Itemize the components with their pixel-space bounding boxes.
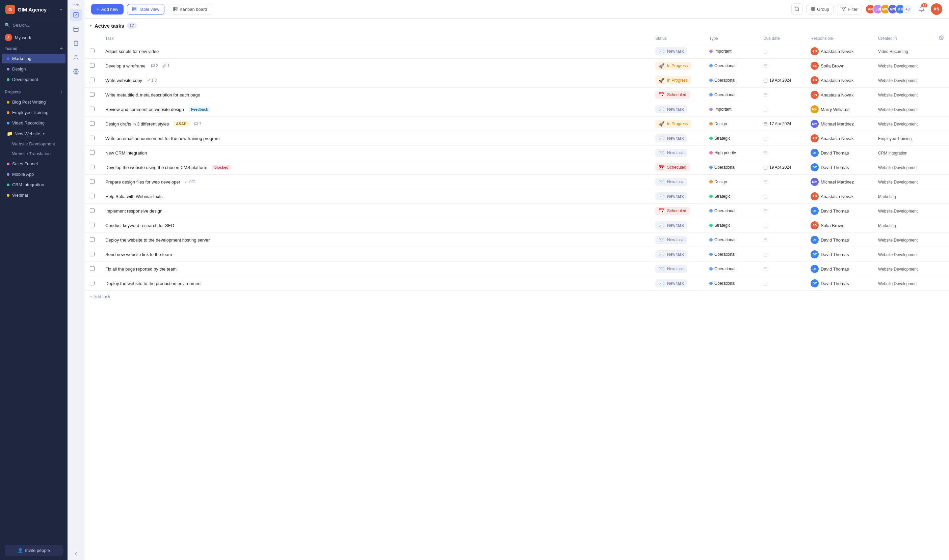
sidebar-search[interactable]: 🔍 Search... bbox=[0, 19, 68, 31]
task-checkbox[interactable] bbox=[90, 223, 94, 228]
table-row[interactable]: Develop the website using the chosen CMS… bbox=[84, 160, 949, 175]
table-row[interactable]: Review and comment on website designFeed… bbox=[84, 102, 949, 117]
task-checkbox[interactable] bbox=[90, 106, 94, 111]
table-row[interactable]: Adjust scripts for new video✉️New taskIm… bbox=[84, 44, 949, 59]
sidebar-item-website-trans[interactable]: Website Translation bbox=[2, 149, 65, 158]
search-button[interactable] bbox=[792, 3, 803, 15]
section-header[interactable]: ▾ Active tasks 17 bbox=[84, 18, 949, 33]
col-header-settings[interactable] bbox=[934, 33, 949, 44]
type-badge: Operational bbox=[709, 92, 735, 97]
created-in: Website Development bbox=[878, 282, 918, 286]
task-checkbox[interactable] bbox=[90, 92, 94, 97]
sidebar-item-video[interactable]: Video Recording bbox=[2, 118, 65, 128]
task-checkbox[interactable] bbox=[90, 121, 94, 126]
type-dot bbox=[709, 49, 713, 53]
task-checkbox[interactable] bbox=[90, 266, 94, 271]
task-checkbox[interactable] bbox=[90, 63, 94, 68]
sidebar-item-design[interactable]: Design bbox=[2, 64, 65, 74]
col-header-task: Task bbox=[100, 33, 650, 44]
created-in: Website Development bbox=[878, 107, 918, 112]
table-row[interactable]: Develop a wireframe31🚀In ProgressOperati… bbox=[84, 59, 949, 73]
task-name-cell: Deploy the website to the production env… bbox=[105, 281, 645, 286]
task-checkbox[interactable] bbox=[90, 208, 94, 213]
icon-tasks[interactable] bbox=[70, 9, 82, 21]
task-checkbox[interactable] bbox=[90, 165, 94, 169]
task-checkbox[interactable] bbox=[90, 281, 94, 285]
notification-button[interactable]: 12 bbox=[916, 3, 927, 15]
task-checkbox[interactable] bbox=[90, 135, 94, 140]
icon-notes[interactable] bbox=[70, 37, 82, 49]
notification-badge: 12 bbox=[921, 3, 927, 8]
sidebar-item-label: New Website bbox=[14, 131, 40, 136]
type-dot bbox=[709, 151, 713, 154]
status-badge: ✉️New task bbox=[655, 221, 687, 229]
avatar-group[interactable]: AN SB MW MM DT +3 bbox=[865, 4, 912, 14]
created-in: Employee Training bbox=[878, 136, 912, 141]
responsible-avatar: DT bbox=[810, 207, 819, 215]
task-checkbox[interactable] bbox=[90, 150, 94, 155]
type-dot bbox=[709, 282, 713, 285]
sidebar-item-marketing[interactable]: Marketing bbox=[2, 54, 65, 63]
table-row[interactable]: Write website copy1/3🚀In ProgressOperati… bbox=[84, 73, 949, 88]
avatar-count[interactable]: +3 bbox=[903, 4, 912, 14]
projects-add-icon[interactable]: + bbox=[60, 89, 63, 95]
sidebar-item-website-dev[interactable]: Website Development bbox=[2, 139, 65, 148]
sales-dot bbox=[7, 163, 9, 165]
created-in: Website Development bbox=[878, 122, 918, 126]
created-in: Website Development bbox=[878, 64, 918, 68]
table-row[interactable]: Deploy the website to the production env… bbox=[84, 276, 949, 291]
table-row[interactable]: Send new website link to the team✉️New t… bbox=[84, 247, 949, 262]
task-checkbox[interactable] bbox=[90, 194, 94, 198]
add-task-row[interactable]: + Add task bbox=[84, 291, 949, 303]
projects-label: Projects bbox=[5, 90, 21, 94]
kanban-board-button[interactable]: Kanban board bbox=[168, 4, 212, 14]
table-view-button[interactable]: Table view bbox=[127, 4, 164, 14]
task-name-cell: Fix all the bugs reported by the team bbox=[105, 266, 645, 272]
sidebar-item-mobile-app[interactable]: Mobile App bbox=[2, 169, 65, 179]
sidebar-item-webinar[interactable]: Webinar bbox=[2, 190, 65, 200]
sidebar-item-crm[interactable]: CRM Integration bbox=[2, 180, 65, 189]
sidebar-item-blog[interactable]: Blog Post Writing bbox=[2, 97, 65, 107]
sidebar-item-new-website[interactable]: 📁 New Website ▾ bbox=[2, 129, 65, 138]
icon-collapse[interactable] bbox=[70, 548, 82, 560]
status-icon: 🚀 bbox=[659, 63, 664, 68]
filter-button[interactable]: Filter bbox=[837, 4, 862, 14]
user-avatar[interactable]: AN bbox=[931, 3, 942, 15]
teams-add-icon[interactable]: + bbox=[60, 46, 63, 51]
icon-settings[interactable] bbox=[70, 65, 82, 78]
table-row[interactable]: Write an email announcement for the new … bbox=[84, 131, 949, 146]
due-date-empty bbox=[763, 107, 800, 112]
table-row[interactable]: Write meta title & meta description for … bbox=[84, 88, 949, 102]
add-new-button[interactable]: + Add new bbox=[91, 4, 123, 14]
invite-people-button[interactable]: 👤 Invite people bbox=[5, 545, 63, 556]
mobile-dot bbox=[7, 173, 9, 176]
table-row[interactable]: Conduct keyword research for SEO✉️New ta… bbox=[84, 218, 949, 233]
table-row[interactable]: New CRM integration✉️New taskHigh priori… bbox=[84, 146, 949, 160]
table-row[interactable]: Deploy the website to the development ho… bbox=[84, 233, 949, 247]
task-checkbox[interactable] bbox=[90, 49, 94, 53]
status-badge: ✉️New task bbox=[655, 265, 687, 273]
task-checkbox[interactable] bbox=[90, 179, 94, 184]
table-row[interactable]: Help Sofia with Webinar texts✉️New taskS… bbox=[84, 189, 949, 204]
sidebar-item-sales-funnel[interactable]: Sales Funnel bbox=[2, 159, 65, 169]
main-content: + Add new Table view Kanban board Group … bbox=[84, 0, 949, 560]
table-row[interactable]: Implement responsive design📅ScheduledOpe… bbox=[84, 204, 949, 218]
task-checkbox[interactable] bbox=[90, 78, 94, 82]
table-row[interactable]: Design drafts in 3 different stylesASAP7… bbox=[84, 117, 949, 131]
group-label: Group bbox=[817, 7, 829, 12]
task-checkbox[interactable] bbox=[90, 237, 94, 242]
table-row[interactable]: Fix all the bugs reported by the team✉️N… bbox=[84, 262, 949, 276]
task-name-cell: New CRM integration bbox=[105, 151, 645, 155]
icon-calendar[interactable] bbox=[70, 23, 82, 35]
status-badge: ✉️New task bbox=[655, 134, 687, 142]
sidebar-item-employee-training[interactable]: Employee Training bbox=[2, 108, 65, 117]
sidebar-my-work[interactable]: A My work bbox=[0, 31, 68, 44]
icon-person[interactable] bbox=[70, 51, 82, 63]
sidebar-header[interactable]: G GIM Agency ▾ bbox=[0, 0, 68, 19]
type-dot bbox=[709, 78, 713, 82]
table-row[interactable]: Prepare design files for web developer0/… bbox=[84, 175, 949, 189]
group-button[interactable]: Group bbox=[806, 4, 833, 14]
task-checkbox[interactable] bbox=[90, 252, 94, 256]
sidebar-item-development[interactable]: Development bbox=[2, 75, 65, 84]
task-name-cell: Prepare design files for web developer0/… bbox=[105, 180, 645, 185]
